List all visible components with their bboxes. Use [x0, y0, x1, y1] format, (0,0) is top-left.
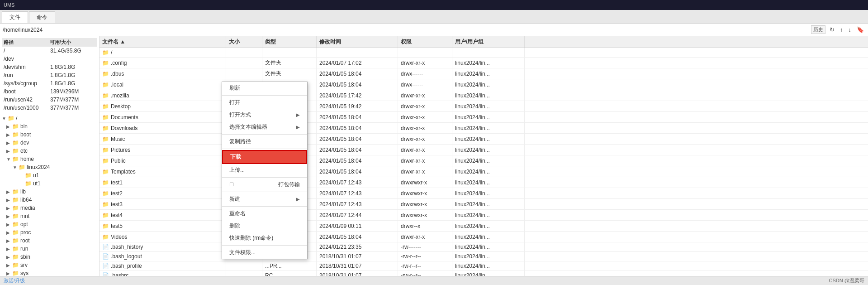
table-row[interactable]: 📁/: [100, 48, 868, 58]
disk-row-run[interactable]: /run1.8G/1.8G: [2, 71, 97, 79]
table-row[interactable]: 📁test4 文件夹 2024/01/07 12:44 drwxrwxr-x l…: [100, 210, 868, 221]
table-row-templates[interactable]: 📁Templates 文件夹 2024/01/05 18:04 drwxr-xr…: [100, 166, 868, 177]
tree-label: home: [20, 156, 34, 162]
table-row[interactable]: 📁Public 文件夹 2024/01/05 18:04 drwxr-xr-x …: [100, 155, 868, 166]
table-row[interactable]: 📁test3 文件夹 2024/01/07 12:43 drwxrwxr-x l…: [100, 199, 868, 210]
table-row[interactable]: 📁Pictures 文件夹 2024/01/05 18:04 drwxr-xr-…: [100, 145, 868, 155]
expand-icon: ▶: [6, 149, 11, 154]
tree-mnt[interactable]: ▶ 📁 mnt: [0, 212, 99, 220]
tree-boot[interactable]: ▶ 📁 boot: [0, 130, 99, 139]
upload-icon[interactable]: ↑: [839, 26, 844, 33]
folder-icon: 📁: [102, 201, 109, 208]
folder-icon: 📁: [12, 123, 19, 130]
tab-command[interactable]: 命令: [29, 11, 55, 23]
disk-row-devshm[interactable]: /dev/shm1.8G/1.8G: [2, 63, 97, 71]
ctx-open[interactable]: 打开: [222, 97, 307, 109]
disk-row-cgroup[interactable]: /sys/fs/cgroup1.8G/1.8G: [2, 79, 97, 87]
folder-icon: 📁: [12, 205, 19, 211]
top-bar-text: UMS: [4, 2, 14, 8]
ctx-delete[interactable]: 删除: [222, 220, 307, 232]
table-row[interactable]: 📁Documents 文件夹 2024/01/05 18:04 drwxr-xr…: [100, 112, 868, 123]
table-row[interactable]: 📁.mozilla 文件夹 2024/01/05 17:42 drwxr-xr-…: [100, 90, 868, 101]
tree-ut1[interactable]: 📁 ut1: [0, 179, 99, 188]
table-row[interactable]: 📁Music 文件夹 2024/01/05 18:04 drwxr-xr-x l…: [100, 134, 868, 145]
disk-row-user42[interactable]: /run/user/42377M/377M: [2, 96, 97, 104]
tree-root[interactable]: ▼ 📁 /: [0, 114, 99, 122]
disk-row-root[interactable]: / 31.4G/35.8G: [2, 47, 97, 55]
tree-srv[interactable]: ▶ 📁 srv: [0, 261, 99, 269]
table-row[interactable]: 📁Videos 文件夹 2024/01/05 18:04 drwxr-xr-x …: [100, 232, 868, 242]
th-user[interactable]: 用户/用户组: [452, 36, 525, 48]
table-row[interactable]: 📁test2 文件夹 2024/01/07 12:43 drwxrwxr-x l…: [100, 188, 868, 199]
ctx-select-editor[interactable]: 选择文本编辑器 ▶: [222, 121, 307, 133]
filename-templates: Templates: [111, 169, 136, 175]
tree-sbin[interactable]: ▶ 📁 sbin: [0, 253, 99, 261]
tree-proc[interactable]: ▶ 📁 proc: [0, 228, 99, 237]
tree-label: proc: [20, 229, 31, 236]
folder-icon: 📁: [102, 234, 109, 240]
expand-icon: ▶: [6, 230, 11, 235]
th-size[interactable]: 大小: [226, 36, 262, 48]
history-button[interactable]: 历史: [811, 25, 825, 34]
ctx-copy-path[interactable]: 复制路径: [222, 135, 307, 148]
tree-sys[interactable]: ▶ 📁 sys: [0, 269, 99, 276]
th-perms[interactable]: 权限: [398, 36, 452, 48]
bookmark-icon[interactable]: 🔖: [855, 26, 865, 33]
disk-row-user1000[interactable]: /run/user/1000377M/377M: [2, 104, 97, 112]
table-row[interactable]: 📁.dbus 文件夹 2024/01/05 18:04 drwx------ l…: [100, 68, 868, 79]
download-icon[interactable]: ↓: [847, 26, 853, 33]
tree-linux2024[interactable]: ▼ 📁 linux2024: [0, 163, 99, 171]
ctx-new[interactable]: 新建 ▶: [222, 193, 307, 205]
tree-u1[interactable]: 📁 u1: [0, 171, 99, 179]
table-row[interactable]: 📁test1 文件夹 2024/01/07 12:43 drwxrwxr-x l…: [100, 177, 868, 188]
tree-lib[interactable]: ▶ 📁 lib: [0, 188, 99, 196]
ctx-quick-delete[interactable]: 快速删除 (rm命令): [222, 232, 307, 244]
refresh-icon[interactable]: ↻: [828, 26, 836, 33]
ctx-rename[interactable]: 重命名: [222, 208, 307, 220]
table-row[interactable]: 📄.bash_history ...HIS... 2024/01/21 23:3…: [100, 242, 868, 252]
ctx-download[interactable]: 下载: [222, 150, 307, 164]
table-row[interactable]: 📁Desktop 文件夹 2024/01/05 19:42 drwxr-xr-x…: [100, 101, 868, 112]
file-icon: 📄: [102, 263, 109, 269]
tree-etc[interactable]: ▶ 📁 etc: [0, 147, 99, 155]
status-left[interactable]: 激活/升级: [4, 277, 25, 284]
table-row[interactable]: 📁.local 文件夹 2024/01/05 18:04 drwx------ …: [100, 79, 868, 90]
tree-lib64[interactable]: ▶ 📁 lib64: [0, 196, 99, 204]
table-header: 文件名 ▲ 大小 类型 修改时间 权限 用户/用户组: [100, 36, 868, 48]
th-filename[interactable]: 文件名 ▲: [100, 36, 226, 48]
disk-row-dev[interactable]: /dev: [2, 55, 97, 63]
tab-file[interactable]: 文件: [2, 11, 28, 23]
tree-opt[interactable]: ▶ 📁 opt: [0, 220, 99, 228]
th-modified[interactable]: 修改时间: [317, 36, 398, 48]
tree-run[interactable]: ▶ 📁 run: [0, 245, 99, 253]
table-row-downloads[interactable]: 📁Downloads 文件夹 2024/01/05 18:04 drwxr-xr…: [100, 123, 868, 134]
folder-icon: 📁: [102, 147, 109, 153]
ctx-refresh[interactable]: 刷新: [222, 82, 307, 94]
tree-label: media: [20, 205, 35, 211]
table-row[interactable]: 📄.bashrc RC ... 2018/10/31 01:07 -rw-r--…: [100, 271, 868, 276]
table-row[interactable]: 📄.bash_profile ...PR... 2018/10/31 01:07…: [100, 261, 868, 271]
ctx-open-with[interactable]: 打开方式 ▶: [222, 109, 307, 121]
ctx-package-transfer[interactable]: ☐ 打包传输: [222, 179, 307, 191]
folder-icon: 📁: [8, 115, 14, 121]
tree-dev[interactable]: ▶ 📁 dev: [0, 139, 99, 147]
tree-media[interactable]: ▶ 📁 media: [0, 204, 99, 212]
folder-icon: 📁: [102, 103, 109, 110]
ctx-upload[interactable]: 上传...: [222, 164, 307, 176]
ctx-file-permissions[interactable]: 文件权限...: [222, 246, 307, 259]
ctx-separator: [222, 134, 307, 135]
table-row[interactable]: 📄.bash_logout ...LO... 2018/10/31 01:07 …: [100, 252, 868, 261]
folder-icon: 📁: [102, 82, 109, 88]
th-type[interactable]: 类型: [262, 36, 317, 48]
tree-home[interactable]: ▼ 📁 home: [0, 155, 99, 163]
folder-icon: 📁: [25, 172, 32, 179]
tree-bin[interactable]: ▶ 📁 bin: [0, 122, 99, 130]
table-row[interactable]: 📁.config 文件夹 2024/01/07 17:02 drwxr-xr-x…: [100, 58, 868, 68]
file-table: 文件名 ▲ 大小 类型 修改时间 权限 用户/用户组 📁/: [100, 36, 868, 276]
folder-icon: 📁: [12, 270, 19, 276]
tree-root[interactable]: ▶ 📁 root: [0, 237, 99, 245]
expand-icon: ▶: [6, 214, 11, 219]
table-row[interactable]: 📁test5 文件夹 2024/01/09 00:11 drwxr--x lin…: [100, 221, 868, 232]
folder-icon: 📁: [102, 71, 109, 77]
disk-row-boot[interactable]: /boot139M/296M: [2, 87, 97, 96]
